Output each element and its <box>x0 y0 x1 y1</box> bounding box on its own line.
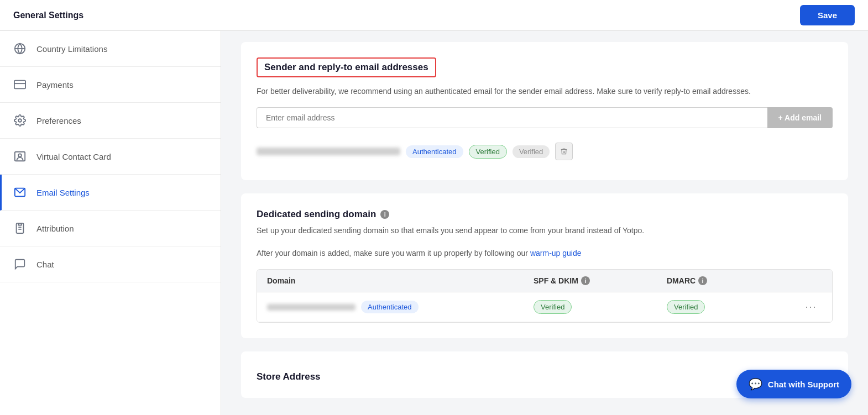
spf-verified-badge: Verified <box>534 300 572 314</box>
svg-point-4 <box>18 119 22 122</box>
authenticated-badge: Authenticated <box>406 145 463 158</box>
sidebar-item-label: Virtual Contact Card <box>36 152 111 161</box>
sidebar-item-payments[interactable]: Payments <box>0 67 221 103</box>
person-icon <box>13 150 27 163</box>
globe-icon <box>13 42 27 55</box>
col-dmarc-header: DMARC i <box>667 276 800 285</box>
svg-point-6 <box>18 154 22 157</box>
email-icon <box>13 186 27 199</box>
email-row: Authenticated Verified Verified <box>257 138 833 165</box>
domain-table: Domain SPF & DKIM i DMARC i <box>257 269 833 323</box>
domain-table-row: Authenticated Verified Verified ··· <box>257 292 832 322</box>
sender-section-title: Sender and reply-to email addresses <box>257 57 436 77</box>
domain-cell: Authenticated <box>267 301 534 313</box>
sidebar-item-chat[interactable]: Chat <box>0 246 221 282</box>
domain-description-2: After your domain is added, make sure yo… <box>257 247 833 259</box>
domain-info-icon[interactable]: i <box>380 210 389 219</box>
dmarc-verified-badge: Verified <box>667 300 705 314</box>
email-input-row: + Add email <box>257 107 833 128</box>
domain-action-cell: ··· <box>800 301 822 313</box>
sender-section-description: For better deliverability, we recommend … <box>257 85 833 97</box>
sidebar-item-country-limitations[interactable]: Country Limitations <box>0 31 221 67</box>
email-input[interactable] <box>257 107 767 128</box>
spf-cell: Verified <box>534 300 667 314</box>
sidebar-item-label: Payments <box>36 80 74 90</box>
domain-blurred-value <box>267 304 355 311</box>
sidebar-item-label: Preferences <box>36 116 81 125</box>
spf-info-icon[interactable]: i <box>581 276 590 285</box>
verified-green-badge: Verified <box>469 145 507 159</box>
chat-with-support-button[interactable]: 💬 Chat with Support <box>736 370 851 398</box>
col-action-header <box>800 276 822 285</box>
page-title: General Settings <box>13 10 83 20</box>
chat-support-label: Chat with Support <box>768 380 839 389</box>
sidebar-item-preferences[interactable]: Preferences <box>0 103 221 139</box>
gear-icon <box>13 114 27 127</box>
main-content: Sender and reply-to email addresses For … <box>221 31 868 415</box>
domain-more-options-button[interactable]: ··· <box>805 301 817 313</box>
save-button[interactable]: Save <box>800 5 855 25</box>
svg-rect-2 <box>14 81 25 89</box>
sidebar: Country Limitations Payments <box>0 31 221 415</box>
email-blurred-value <box>257 148 400 155</box>
sidebar-item-virtual-contact-card[interactable]: Virtual Contact Card <box>0 139 221 175</box>
domain-section: Dedicated sending domain i Set up your d… <box>241 193 848 338</box>
domain-authenticated-badge: Authenticated <box>361 301 419 313</box>
sidebar-item-label: Email Settings <box>36 188 90 197</box>
verified-gray-badge: Verified <box>513 145 550 158</box>
sidebar-item-label: Country Limitations <box>36 44 107 54</box>
sidebar-item-attribution[interactable]: Attribution <box>0 211 221 246</box>
clipboard-icon <box>13 222 27 235</box>
sidebar-item-email-settings[interactable]: Email Settings <box>0 175 221 211</box>
sender-section: Sender and reply-to email addresses For … <box>241 42 848 180</box>
col-spf-header: SPF & DKIM i <box>534 276 667 285</box>
col-domain-header: Domain <box>267 276 534 285</box>
credit-card-icon <box>13 78 27 91</box>
add-email-button[interactable]: + Add email <box>767 107 833 128</box>
warm-up-guide-link[interactable]: warm-up guide <box>530 249 582 258</box>
chat-bubble-icon: 💬 <box>749 377 762 391</box>
domain-description-1: Set up your dedicated sending domain so … <box>257 224 833 237</box>
sidebar-item-label: Chat <box>36 260 54 269</box>
dmarc-cell: Verified <box>667 300 800 314</box>
dmarc-info-icon[interactable]: i <box>698 276 707 285</box>
sidebar-item-label: Attribution <box>36 224 74 233</box>
domain-table-header: Domain SPF & DKIM i DMARC i <box>257 270 832 292</box>
domain-section-title: Dedicated sending domain i <box>257 209 833 220</box>
delete-email-button[interactable] <box>555 143 573 160</box>
chat-icon <box>13 258 27 271</box>
